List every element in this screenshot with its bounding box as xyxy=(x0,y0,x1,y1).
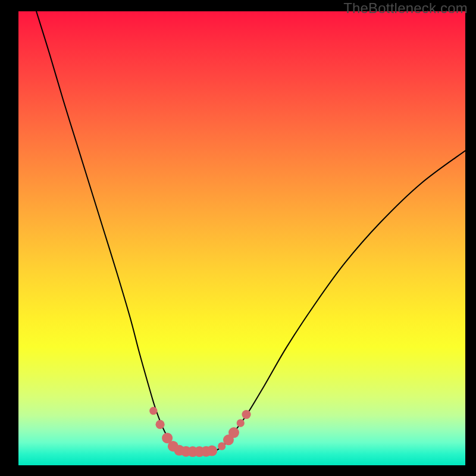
data-marker xyxy=(237,419,245,427)
data-marker xyxy=(149,407,157,415)
data-marker xyxy=(155,420,164,429)
data-marker xyxy=(228,427,239,438)
watermark-text: TheBottleneck.com xyxy=(343,0,468,17)
marker-group xyxy=(149,407,250,457)
marker-layer xyxy=(18,11,465,465)
data-marker xyxy=(242,410,250,419)
data-marker xyxy=(206,446,217,456)
plot-area xyxy=(18,11,465,465)
chart-frame: TheBottleneck.com xyxy=(0,0,476,476)
